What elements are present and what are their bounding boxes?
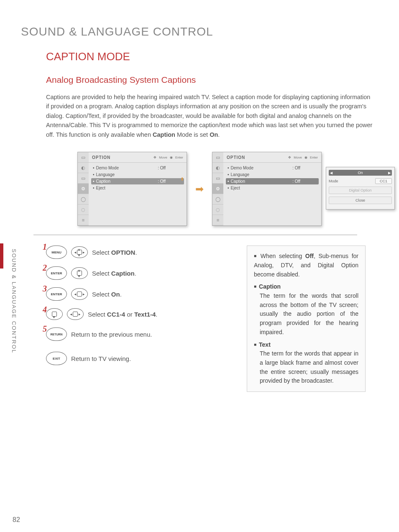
- s2b: Caption: [111, 270, 135, 277]
- intro-paragraph: Captions are provided to help the hearin…: [46, 92, 374, 139]
- osd-item-caption: Caption: [231, 179, 245, 184]
- bullet-icon: ■: [254, 284, 256, 289]
- intro-b: Caption: [153, 131, 175, 138]
- menu-button: MENU: [46, 246, 67, 259]
- popup-digital-option: Digital Option: [329, 187, 392, 194]
- dpad-button: ◂▸: [67, 308, 84, 320]
- osd-item-eject: Eject: [96, 186, 105, 190]
- osd-icon: ◐: [212, 163, 223, 173]
- divider: [33, 234, 357, 235]
- osd-item-caption-val: : Off: [292, 179, 317, 184]
- bullet-icon: ■: [254, 253, 258, 258]
- s4a: Select: [88, 311, 107, 318]
- enter-button: ENTER: [46, 266, 67, 280]
- osd-sidebar: ▭ ◐ ▭ ⚙ ◯ ◌ ≡: [212, 152, 223, 225]
- r1a: When selecting: [261, 253, 305, 259]
- r1b: Off: [305, 253, 314, 259]
- step-6: EXIT Return to TV viewing.: [46, 352, 222, 365]
- osd-icon: ▭: [78, 152, 89, 163]
- steps-column: 1 MENU ▴▾◂▸ Select OPTION. 2 ENTER ▴▾ Se…: [46, 246, 222, 373]
- osd-item-demo-val: : Off: [158, 166, 182, 170]
- s4c: or: [125, 311, 134, 318]
- r2t: Caption: [259, 283, 281, 290]
- triangle-left-icon: ◀: [330, 171, 332, 175]
- popup-close: Close: [329, 197, 392, 204]
- osd-item-caption-val: : Off: [158, 179, 182, 184]
- arrow-right-icon: ➡: [195, 183, 204, 195]
- triangle-right-icon: ▶: [388, 171, 391, 175]
- osd-icon: ◯: [78, 194, 89, 205]
- osd-item-demo: Demo Mode: [96, 166, 119, 170]
- step-number: 4: [43, 305, 47, 315]
- page-subheading: Analog Broadcasting System Captions: [46, 75, 378, 85]
- side-section-label: SOUND & LANGUAGE CONTROL: [11, 249, 17, 353]
- bullet-icon: ■: [254, 342, 256, 347]
- dpad-button: ◂▸: [71, 288, 88, 300]
- osd-icon: ◯: [212, 194, 223, 205]
- popup-mode-label: Mode: [329, 179, 338, 183]
- step-number: 2: [43, 263, 47, 273]
- step-number: 3: [43, 284, 47, 294]
- red-edge-tab: [0, 243, 3, 269]
- step-2: 2 ENTER ▴▾ Select Caption.: [46, 266, 222, 280]
- step-4: 4 ▾ ◂▸ Select CC1-4 or Text1-4.: [46, 308, 222, 320]
- s4e: .: [156, 311, 157, 318]
- s1a: Select: [92, 249, 111, 256]
- s5t: Return to the previous menu.: [71, 331, 152, 338]
- osd-item-language: Language: [231, 172, 250, 177]
- r3t: Text: [259, 341, 271, 348]
- enter-icon: ◉: [170, 156, 173, 159]
- page-subtitle: CAPTION MODE: [46, 50, 378, 63]
- dpad-button: ▴▾◂▸: [71, 246, 88, 258]
- osd-icon: ◌: [78, 205, 89, 215]
- osd-icon: ▭: [78, 173, 89, 184]
- s3a: Select: [92, 291, 111, 298]
- osd-title: OPTION: [227, 155, 245, 160]
- s3c: .: [120, 291, 122, 298]
- step-3: 3 ENTER ◂▸ Select On.: [46, 287, 222, 301]
- osd-item-caption: Caption: [96, 179, 110, 184]
- move-label: Move: [294, 156, 302, 159]
- s2a: Select: [92, 270, 111, 277]
- osd-icon: ▭: [212, 152, 223, 163]
- osd-icon: ◌: [212, 205, 223, 215]
- s1c: .: [135, 249, 137, 256]
- s6t: Return to TV viewing.: [71, 355, 131, 362]
- s1b: OPTION: [111, 249, 136, 256]
- osd-icon: ≡: [212, 215, 223, 225]
- osd-screenshots: ▭ ◐ ▭ ⚙ ◯ ◌ ≡ OPTION ✥Move ◉Enter •Demo …: [21, 152, 378, 226]
- osd-item-eject: Eject: [231, 186, 240, 190]
- popup-on: On: [358, 171, 363, 175]
- enter-button: ENTER: [46, 287, 67, 301]
- s4d: Text1-4: [134, 311, 156, 318]
- dpad-button: ▴▾: [71, 267, 88, 279]
- osd-item-language: Language: [96, 172, 115, 177]
- r2: The term for the words that scroll acros…: [260, 292, 358, 337]
- osd-icon: ⚙: [78, 184, 89, 194]
- updown-icon: ⬍: [180, 176, 184, 182]
- step-5: 5 RETURN Return to the previous menu.: [46, 327, 222, 341]
- step-number: 1: [43, 242, 47, 252]
- enter-icon: ◉: [304, 156, 307, 159]
- move-icon: ✥: [153, 156, 156, 159]
- intro-c: Mode is set: [175, 131, 210, 138]
- section-title: SOUND & LANGUAGE CONTROL: [21, 25, 378, 38]
- osd-popup: ◀ On ▶ Mode CC1 Digital Option Close: [326, 167, 395, 210]
- osd-icon: ◐: [78, 163, 89, 173]
- osd-icon: ≡: [78, 215, 89, 225]
- r3: The term for the words that appear in a …: [260, 349, 358, 386]
- osd-item-demo-val: : Off: [292, 166, 317, 170]
- step-number: 5: [43, 324, 47, 334]
- osd-sidebar: ▭ ◐ ▭ ⚙ ◯ ◌ ≡: [78, 152, 89, 225]
- intro-d: On: [210, 131, 218, 138]
- move-icon: ✥: [288, 156, 291, 159]
- page-number: 82: [13, 516, 20, 524]
- enter-label: Enter: [310, 156, 318, 159]
- osd-item-demo: Demo Mode: [231, 166, 253, 170]
- intro-e: .: [218, 131, 220, 138]
- osd-title: OPTION: [92, 155, 110, 160]
- popup-mode-value: CC1: [375, 178, 392, 184]
- enter-label: Enter: [175, 156, 183, 159]
- return-button: RETURN: [46, 327, 67, 341]
- s3b: On: [111, 291, 120, 298]
